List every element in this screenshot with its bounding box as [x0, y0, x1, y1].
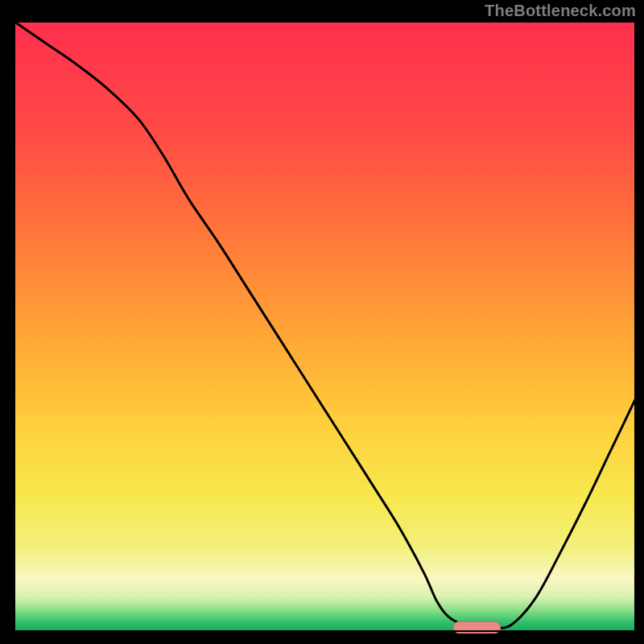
plot-background [14, 22, 635, 631]
chart-stage: TheBottleneck.com [0, 0, 644, 644]
bottleneck-chart [0, 0, 644, 644]
